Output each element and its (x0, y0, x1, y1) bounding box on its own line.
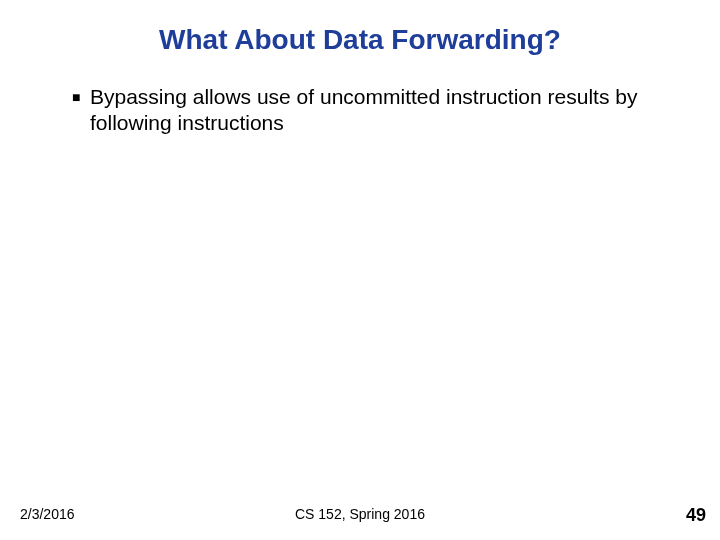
footer-course: CS 152, Spring 2016 (0, 506, 720, 522)
footer-page-number: 49 (686, 505, 706, 526)
slide-body: ■ Bypassing allows use of uncommitted in… (72, 84, 660, 137)
bullet-marker-icon: ■ (72, 84, 90, 107)
slide-title: What About Data Forwarding? (0, 24, 720, 56)
bullet-item: ■ Bypassing allows use of uncommitted in… (72, 84, 660, 137)
bullet-text: Bypassing allows use of uncommitted inst… (90, 84, 660, 137)
slide: What About Data Forwarding? ■ Bypassing … (0, 0, 720, 540)
